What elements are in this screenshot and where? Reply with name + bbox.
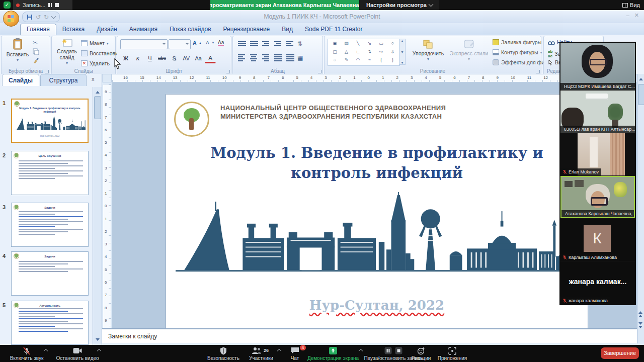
format-painter-button[interactable] <box>33 57 39 64</box>
drawing-dialog-launcher[interactable] <box>536 70 540 73</box>
new-slide-button[interactable]: Создать слайд ▾ <box>54 38 80 66</box>
align-right-button[interactable] <box>261 53 270 62</box>
numbering-button[interactable] <box>249 39 258 48</box>
security-shield-icon[interactable]: ✓ <box>4 2 11 9</box>
qat-dropdown-icon[interactable] <box>51 14 56 19</box>
shape-outline-button[interactable]: Контур фигуры▾ <box>493 49 542 55</box>
tab-design[interactable]: Дизайн <box>91 24 123 35</box>
shapes-gallery[interactable]: ▣▤╲↘▭○▢△∟↴⇨⇩◌✎◠~{} <box>328 39 400 66</box>
text-direction-icon[interactable]: ⇅ <box>297 40 302 47</box>
undo-icon[interactable]: ↺ <box>36 14 41 21</box>
paragraph-dialog-launcher[interactable] <box>318 70 321 73</box>
slide-title[interactable]: Модуль 1. Введение в профилактику и конт… <box>181 143 573 183</box>
smartart-icon[interactable]: ▦ <box>297 54 303 61</box>
slide-thumbnail-5[interactable]: Актуальность <box>11 301 89 345</box>
change-case-button[interactable]: Aa <box>193 54 204 63</box>
font-size-combo[interactable] <box>169 39 191 49</box>
clear-formatting-button[interactable]: Aa <box>218 40 224 46</box>
copy-button[interactable] <box>33 48 39 55</box>
slide-footer[interactable]: Нур-Султан, 2022 <box>166 298 588 313</box>
scroll-up-icon[interactable] <box>639 76 643 80</box>
minimize-button[interactable]: – <box>626 12 629 19</box>
increase-indent-button[interactable] <box>273 39 282 48</box>
video-tile-active-speaker[interactable]: Атаханова Карлыгаш Чапаевна, Н... <box>560 176 635 218</box>
line-spacing-button[interactable] <box>285 39 294 48</box>
panel-scrollbar[interactable] <box>93 87 102 345</box>
video-tile[interactable]: 038051Глав врач КГП Алтынсар... <box>560 90 635 133</box>
slide-thumbnail-2[interactable]: Цель обучения <box>11 151 89 195</box>
shapes-scrollbar[interactable]: ▲▼▼ <box>399 39 406 65</box>
main-scroll-thumb[interactable] <box>638 84 644 105</box>
save-icon[interactable] <box>27 14 33 20</box>
unmute-button[interactable]: Включить звук <box>5 346 48 361</box>
participants-chevron[interactable] <box>277 349 281 353</box>
underline-button[interactable]: Ч <box>144 54 155 63</box>
shape-fill-button[interactable]: Заливка фигуры▾ <box>493 39 545 45</box>
tab-slides-panel[interactable]: Слайды <box>2 74 39 86</box>
font-name-combo[interactable] <box>120 39 168 49</box>
video-tile[interactable]: НЦОЗ МЗРК Имашева Багдат С... <box>560 43 635 90</box>
previous-slide-button[interactable] <box>638 309 642 317</box>
italic-button[interactable]: К <box>132 54 143 63</box>
scroll-up-icon[interactable] <box>96 89 100 94</box>
video-tile[interactable]: Erlan Mukanov <box>560 133 635 175</box>
next-slide-button[interactable] <box>638 322 642 330</box>
quick-styles-button[interactable]: Экспресс-стили ▾ <box>448 39 490 62</box>
view-mode-button[interactable]: Вид <box>622 0 640 10</box>
justify-button[interactable] <box>273 53 282 62</box>
tab-slideshow[interactable]: Показ слайдов <box>164 24 217 35</box>
apps-button[interactable]: Приложения <box>436 346 469 361</box>
tab-view[interactable]: Вид <box>276 24 299 35</box>
slide-thumbnail-4[interactable]: Задачи <box>11 251 89 296</box>
video-tile-name-only[interactable]: жанара калмак... жанара калмакова <box>560 261 635 304</box>
scroll-thumb[interactable] <box>94 96 101 119</box>
tab-home[interactable]: Главная <box>20 24 56 35</box>
columns-button[interactable] <box>285 53 294 62</box>
paste-button[interactable]: Вставить ▾ <box>5 38 31 63</box>
video-tile-avatar[interactable]: К Карлыгаш Алимханова <box>560 219 635 261</box>
slide-thumbnail-1[interactable]: Модуль 1. Введение в профилактику и конт… <box>11 99 89 143</box>
font-dialog-launcher[interactable] <box>226 70 230 73</box>
bold-button[interactable]: Ж <box>120 54 131 63</box>
arrange-button[interactable]: Упорядочить ▾ <box>410 39 446 62</box>
security-button[interactable]: Безопасность <box>205 346 242 361</box>
reactions-button[interactable]: Реакции <box>409 346 434 361</box>
redo-icon[interactable]: ↻ <box>44 14 49 21</box>
tab-soda-pdf[interactable]: Soda PDF 11 Creator <box>299 24 369 35</box>
view-settings-button[interactable]: Настройки просмотра <box>360 0 439 10</box>
main-scrollbar[interactable] <box>637 74 644 343</box>
grow-font-button[interactable]: А▲ <box>193 40 202 46</box>
decrease-indent-button[interactable] <box>261 39 270 48</box>
stop-video-button[interactable]: Остановить видео <box>52 346 103 361</box>
cut-button[interactable]: ✂ <box>33 39 38 46</box>
tab-insert[interactable]: Вставка <box>56 24 91 35</box>
align-center-button[interactable] <box>249 53 258 62</box>
slide-canvas[interactable]: НАЦИОНАЛЬНЫЙ ЦЕНТР ОБЩЕСТВЕННОГО ЗДРАВОО… <box>166 95 588 338</box>
shrink-font-button[interactable]: А▼ <box>206 40 215 45</box>
notes-input[interactable]: Заметки к слайду <box>102 328 637 343</box>
slide-thumbnail-3[interactable]: Задачи <box>11 203 89 247</box>
char-spacing-button[interactable]: AV <box>181 54 192 63</box>
tab-review[interactable]: Рецензирование <box>217 24 276 35</box>
participants-button[interactable]: 26 Участники <box>245 346 278 361</box>
pause-recording-button[interactable] <box>48 3 52 7</box>
strikethrough-button[interactable]: abc <box>156 54 168 63</box>
layout-button[interactable]: Макет▾ <box>81 40 109 46</box>
camera-icon <box>73 347 82 354</box>
bullets-button[interactable] <box>237 39 246 48</box>
tab-animation[interactable]: Анимация <box>123 24 164 35</box>
office-button[interactable] <box>3 11 19 27</box>
delete-button[interactable]: ✕ Удалить <box>81 60 110 66</box>
clipboard-dialog-launcher[interactable] <box>45 70 49 73</box>
shadow-button[interactable]: S <box>169 54 180 63</box>
panel-close-button[interactable]: x <box>92 76 95 82</box>
share-screen-button[interactable]: Демонстрация экрана <box>306 346 360 361</box>
end-meeting-button[interactable]: Завершение <box>601 347 639 359</box>
scroll-down-icon[interactable] <box>96 338 100 343</box>
align-left-button[interactable] <box>237 53 246 62</box>
tab-outline-panel[interactable]: Структура <box>40 74 87 86</box>
font-color-button[interactable]: А <box>205 53 216 63</box>
close-button[interactable]: ✕ <box>634 12 639 19</box>
stop-recording-button[interactable] <box>55 3 59 7</box>
chat-button[interactable]: Чат 4 <box>285 346 305 361</box>
